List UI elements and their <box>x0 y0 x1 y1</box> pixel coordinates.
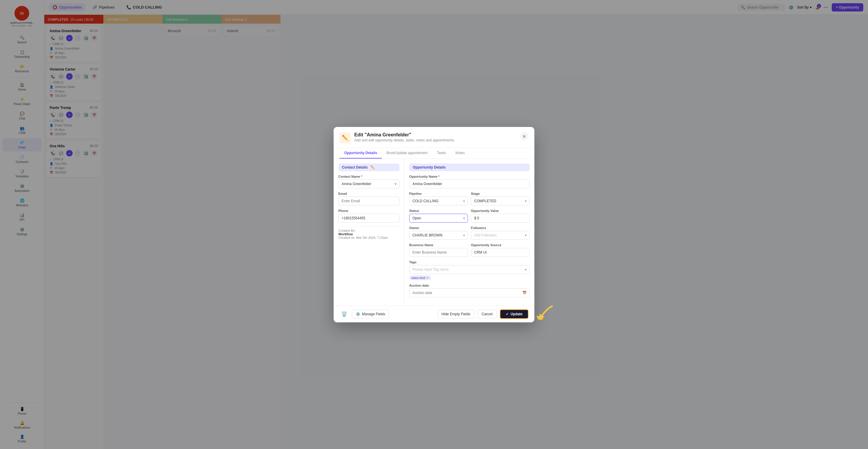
modal-left-panel: Contact Details ✏️ Contact Name * ▾ Emai… <box>334 159 404 306</box>
contact-name-input[interactable] <box>338 180 399 188</box>
opp-source-group: Opportunity Source <box>471 243 530 257</box>
tags-select-wrapper: Please Input Tag name <box>409 265 530 274</box>
tags-container: wavv-test ✕ <box>409 276 530 280</box>
modal-header: ✏️ Edit "Amina Greenfelder" Add and edit… <box>334 127 534 148</box>
required-marker: * <box>361 175 362 178</box>
modal-title: Edit "Amina Greenfelder" <box>354 132 455 137</box>
status-value-row: Status Open Opportunity Value <box>409 209 530 226</box>
modal-overlay[interactable]: ✏️ Edit "Amina Greenfelder" Add and edit… <box>0 0 868 449</box>
opp-value-input[interactable] <box>471 214 530 223</box>
tag-item: wavv-test ✕ <box>409 276 431 280</box>
modal-tab-opportunity-details[interactable]: Opportunity Details <box>340 148 382 159</box>
created-by-section: Created By: Workflow Created on: Mar 5th… <box>338 226 399 239</box>
manage-fields-label: Manage Fields <box>362 312 385 316</box>
pipeline-select[interactable]: COLD CALLING <box>409 197 468 205</box>
contact-name-select-wrapper: ▾ <box>338 180 399 188</box>
opp-source-label: Opportunity Source <box>471 243 530 247</box>
modal-body: Contact Details ✏️ Contact Name * ▾ Emai… <box>334 159 534 306</box>
update-button-wrapper: ✓ Update <box>500 309 528 319</box>
created-by-value: Workflow <box>338 232 353 236</box>
modal-subtitle: Add and edit opportunity details, tasks,… <box>354 138 455 142</box>
calendar-icon[interactable]: 📅 <box>522 291 527 295</box>
modal-edit-icon: ✏️ <box>340 132 351 143</box>
contact-details-label: Contact Details <box>342 165 368 169</box>
business-name-input[interactable] <box>409 248 468 257</box>
followers-label: Followers <box>471 226 530 230</box>
stage-select[interactable]: COMPLETED <box>471 197 530 205</box>
update-button[interactable]: ✓ Update <box>500 309 528 319</box>
contact-name-group: Contact Name * ▾ <box>338 175 399 188</box>
phone-group: Phone <box>338 209 399 223</box>
manage-fields-button[interactable]: ⚙️ Manage Fields <box>352 310 389 319</box>
auction-data-wrapper: 📅 <box>409 288 530 297</box>
tag-remove-button[interactable]: ✕ <box>426 276 429 279</box>
owner-label: Owner <box>409 226 468 230</box>
followers-select-wrapper: Add Followers <box>471 231 530 240</box>
opp-name-group: Opportunity Name * <box>409 175 530 188</box>
contact-name-label: Contact Name * <box>338 175 399 178</box>
owner-followers-row: Owner CHARLIE BROWN Followers Add Follow… <box>409 226 530 243</box>
modal-close-button[interactable]: ✕ <box>520 132 528 140</box>
auction-data-input[interactable] <box>409 288 530 297</box>
owner-group: Owner CHARLIE BROWN <box>409 226 468 240</box>
phone-label: Phone <box>338 209 399 213</box>
owner-select-wrapper: CHARLIE BROWN <box>409 231 468 240</box>
required-marker: * <box>438 175 440 178</box>
opp-value-group: Opportunity Value <box>471 209 530 223</box>
created-by-label: Created By: <box>338 229 399 232</box>
modal-tab-tasks[interactable]: Tasks <box>432 148 451 159</box>
update-label: Update <box>510 312 523 316</box>
opp-details-label: Opportunity Details <box>413 165 445 169</box>
delete-button[interactable]: 🗑️ <box>340 309 349 319</box>
opp-value-label: Opportunity Value <box>471 209 530 213</box>
followers-group: Followers Add Followers <box>471 226 530 240</box>
modal-title-group: Edit "Amina Greenfelder" Add and edit op… <box>354 132 455 142</box>
check-icon: ✓ <box>506 312 509 316</box>
opp-source-input[interactable] <box>471 248 530 257</box>
cancel-button[interactable]: Cancel <box>477 310 497 319</box>
created-on-value: Mar 5th 2024, 7:23am <box>356 236 388 239</box>
pipeline-label: Pipeline <box>409 192 468 195</box>
pipeline-stage-row: Pipeline COLD CALLING Stage COMPLETED <box>409 192 530 209</box>
stage-group: Stage COMPLETED <box>471 192 530 205</box>
auction-data-group: Auction data 📅 <box>409 284 530 297</box>
modal-tab-book-appointment[interactable]: Book/Update appointment <box>382 148 432 159</box>
followers-select[interactable]: Add Followers <box>471 231 530 240</box>
email-group: Email <box>338 192 399 205</box>
opportunity-details-header: Opportunity Details <box>409 164 530 171</box>
business-name-label: Business Name <box>409 243 468 247</box>
contact-details-header: Contact Details ✏️ <box>338 164 399 171</box>
phone-input[interactable] <box>338 214 399 223</box>
modal-tab-notes[interactable]: Notes <box>451 148 469 159</box>
modal-tabs: Opportunity Details Book/Update appointm… <box>334 148 534 159</box>
auction-data-label: Auction data <box>409 284 530 287</box>
status-select-wrapper: Open <box>409 214 468 223</box>
created-on-label: Created on: <box>338 236 355 239</box>
business-source-row: Business Name Opportunity Source <box>409 243 530 260</box>
tags-group: Tags Please Input Tag name wavv-test ✕ <box>409 260 530 280</box>
status-group: Status Open <box>409 209 468 223</box>
tags-select[interactable]: Please Input Tag name <box>409 265 530 274</box>
owner-select[interactable]: CHARLIE BROWN <box>409 231 468 240</box>
arrow-annotation <box>528 303 558 325</box>
pipeline-group: Pipeline COLD CALLING <box>409 192 468 205</box>
modal-footer: 🗑️ ⚙️ Manage Fields Hide Empty Fields Ca… <box>334 306 534 322</box>
edit-opportunity-modal: ✏️ Edit "Amina Greenfelder" Add and edit… <box>334 127 534 322</box>
opp-name-input[interactable] <box>409 180 530 188</box>
pipeline-select-wrapper: COLD CALLING <box>409 197 468 205</box>
tag-value: wavv-test <box>411 276 425 280</box>
status-label: Status <box>409 209 468 213</box>
opp-name-label: Opportunity Name * <box>409 175 530 178</box>
modal-right-panel: Opportunity Details Opportunity Name * P… <box>404 159 534 306</box>
stage-select-wrapper: COMPLETED <box>471 197 530 205</box>
hide-empty-button[interactable]: Hide Empty Fields <box>438 310 474 319</box>
email-input[interactable] <box>338 197 399 205</box>
manage-icon: ⚙️ <box>356 312 360 316</box>
edit-contact-icon[interactable]: ✏️ <box>371 165 375 169</box>
tags-label: Tags <box>409 260 530 264</box>
stage-label: Stage <box>471 192 530 195</box>
email-label: Email <box>338 192 399 195</box>
business-name-group: Business Name <box>409 243 468 257</box>
status-select[interactable]: Open <box>409 214 468 223</box>
